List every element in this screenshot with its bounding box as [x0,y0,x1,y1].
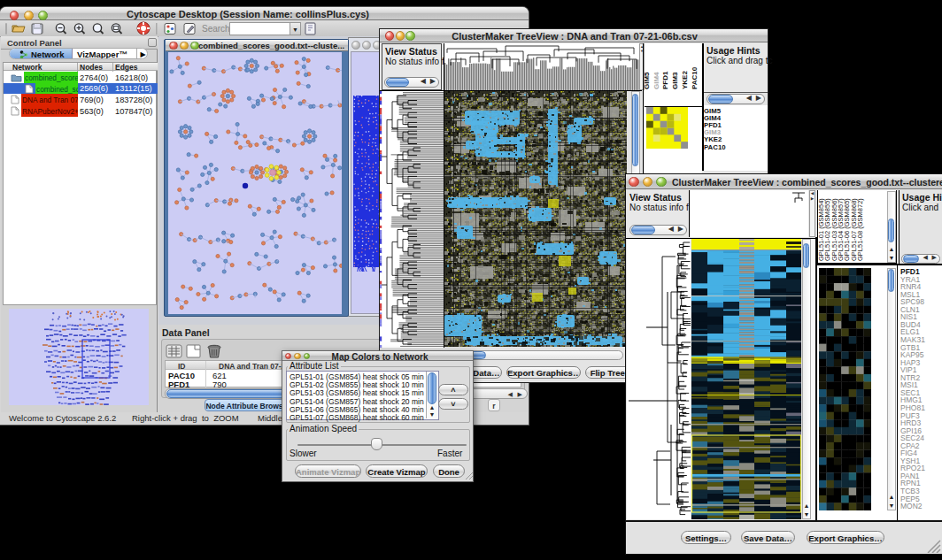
svg-text:GPL51-08 (GSM872): GPL51-08 (GSM872) [856,198,864,261]
svg-text:GIM3: GIM3 [671,72,679,89]
svg-text:PAC10: PAC10 [691,66,699,89]
svg-text:GIM4: GIM4 [652,72,660,89]
svg-text:GIM5: GIM5 [645,72,651,89]
svg-text:PFD1: PFD1 [661,71,669,89]
svg-text:YKE2: YKE2 [681,71,689,89]
